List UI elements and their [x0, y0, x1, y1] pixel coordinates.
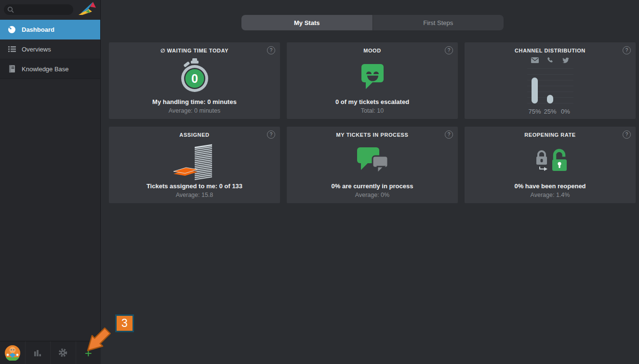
zammad-logo [78, 1, 97, 17]
stopwatch-icon: 0 [180, 58, 210, 94]
mood-icon-zone [293, 53, 452, 98]
user-avatar-button[interactable] [0, 341, 26, 364]
stat-secondary: Average: 0% [355, 192, 389, 198]
reopen-arrow-icon [540, 167, 544, 169]
stat-secondary: Average: 1.4% [531, 192, 570, 198]
card-title: MOOD [363, 48, 381, 53]
channel-percent-twitter: 0% [561, 108, 570, 115]
help-icon[interactable]: ? [623, 46, 631, 54]
help-icon[interactable]: ? [445, 46, 453, 54]
help-icon[interactable]: ? [267, 130, 275, 139]
book-icon [8, 65, 16, 73]
search-input[interactable] [16, 6, 71, 13]
channel-percent-email: 75% [528, 108, 541, 115]
sidebar-menu: Dashboard Overviews [0, 20, 100, 79]
phone-icon [546, 57, 554, 64]
chat-bubbles-icon [355, 146, 390, 175]
card-title: ∅ WAITING TIME TODAY [160, 48, 228, 54]
stats-grid: ∅ WAITING TIME TODAY ? 0 My handling tim… [109, 42, 636, 203]
help-glyph: ? [626, 48, 628, 53]
reopening-icon-zone [470, 138, 630, 182]
stat-primary: My handling time: 0 minutes [152, 98, 237, 105]
tab-first-steps[interactable]: First Steps [373, 15, 504, 30]
channel-percent-phone: 25% [544, 108, 556, 115]
card-title: CHANNEL DISTRIBUTION [515, 48, 586, 53]
sidebar-item-knowledge-base[interactable]: Knowledge Base [0, 59, 100, 79]
annotation-number: 3 [121, 317, 128, 330]
email-icon [531, 57, 539, 63]
dashboard-gauge-icon [8, 26, 16, 34]
channel-distribution-chart [527, 68, 573, 104]
sidebar-item-dashboard[interactable]: Dashboard [0, 20, 100, 39]
card-title: MY TICKETS IN PROCESS [336, 132, 409, 138]
help-glyph: ? [270, 132, 273, 137]
channel-icons-row [527, 56, 573, 64]
stopwatch-value: 0 [191, 72, 198, 85]
stat-primary: 0 of my tickets escalated [335, 98, 409, 105]
twitter-icon [562, 57, 570, 64]
lock-unlock-icon [532, 146, 569, 174]
annotation-arrow [83, 318, 112, 354]
card-in-process: MY TICKETS IN PROCESS ? 0% are currently… [287, 127, 458, 203]
in-process-icon-zone [293, 138, 452, 182]
card-mood: MOOD ? 0 of my tickets escalated Total: … [287, 42, 458, 119]
help-glyph: ? [448, 48, 451, 53]
channel-bar-email [532, 78, 538, 104]
sidebar-item-label: Overviews [22, 46, 51, 53]
card-title: ASSIGNED [179, 132, 209, 138]
list-icon [8, 45, 16, 53]
card-waiting-time: ∅ WAITING TIME TODAY ? 0 My handling tim… [109, 42, 280, 119]
stat-primary: Tickets assigned to me: 0 of 133 [146, 182, 242, 190]
help-icon[interactable]: ? [623, 130, 631, 139]
stat-secondary: Average: 15.8 [176, 192, 213, 198]
stat-secondary: Average: 0 minutes [169, 107, 220, 114]
settings-button[interactable] [51, 341, 76, 364]
stat-secondary: Total: 10 [361, 107, 384, 114]
sidebar-item-label: Knowledge Base [22, 65, 69, 73]
channel-labels-row: 75% 25% 0% [527, 108, 573, 115]
help-glyph: ? [270, 48, 273, 53]
assigned-icon-zone [115, 138, 274, 182]
annotation-step-badge: 3 [115, 314, 134, 332]
zammad-dashboard: Dashboard Overviews [0, 0, 639, 364]
search-icon [7, 6, 14, 13]
reports-button[interactable] [26, 341, 51, 364]
sidebar-item-label: Dashboard [22, 26, 54, 33]
channel-chart-zone: 75% 25% 0% [527, 56, 573, 115]
gear-icon [58, 348, 67, 357]
stat-primary: 0% are currently in process [332, 182, 413, 190]
card-assigned: ASSIGNED ? [109, 127, 280, 203]
help-icon[interactable]: ? [267, 46, 275, 54]
ticket-stack-icon [171, 141, 219, 180]
channel-bar-phone [547, 95, 553, 104]
help-icon[interactable]: ? [445, 130, 453, 139]
avatar [5, 345, 20, 361]
sidebar: Dashboard Overviews [0, 0, 101, 364]
stopwatch-icon-zone: 0 [115, 54, 274, 98]
card-title: REOPENING RATE [524, 132, 576, 138]
dashboard-tabbar: My Stats First Steps [241, 15, 504, 30]
smiley-bubble-icon [359, 61, 386, 91]
card-channel-distribution: CHANNEL DISTRIBUTION ? [465, 42, 636, 119]
stat-primary: 0% have been reopened [514, 182, 586, 190]
tab-my-stats[interactable]: My Stats [241, 15, 373, 30]
sidebar-item-overviews[interactable]: Overviews [0, 39, 100, 59]
search-box[interactable] [4, 4, 73, 15]
help-glyph: ? [448, 132, 451, 137]
bar-chart-icon [34, 350, 42, 356]
help-glyph: ? [626, 132, 628, 137]
card-reopening: REOPENING RATE ? 0% have been reopened A… [465, 127, 636, 203]
